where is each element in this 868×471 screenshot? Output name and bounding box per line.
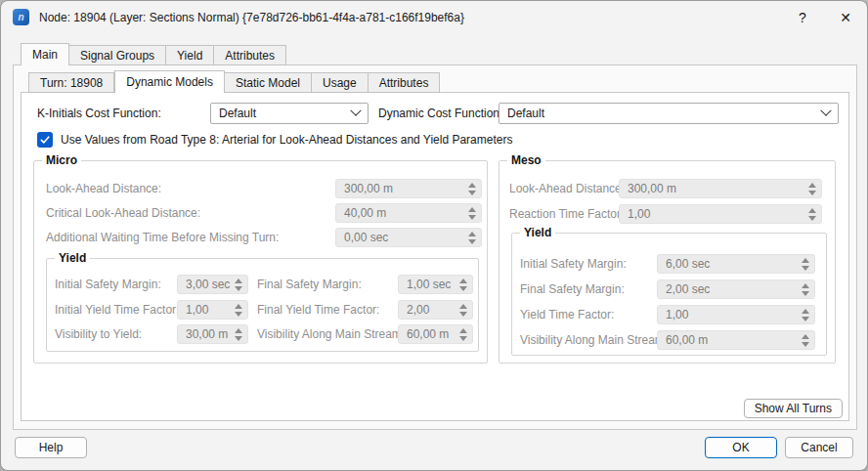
tab-static-model[interactable]: Static Model (225, 72, 312, 93)
final-yield-time-factor-label: Final Yield Time Factor: (257, 299, 379, 321)
spin-up-icon (802, 334, 809, 339)
combobox-value: Default (507, 107, 544, 120)
final-yield-time-factor-spinbox: 2,00 (398, 300, 473, 320)
spin-down-icon (802, 266, 809, 271)
tab-usage[interactable]: Usage (312, 72, 369, 93)
tab-turn-18908[interactable]: Turn: 18908 (28, 72, 114, 93)
spinbox-value: 2,00 sec (658, 282, 799, 296)
spin-up-icon (459, 328, 467, 333)
combobox-value: Default (219, 107, 256, 120)
dynamic-cost-function-label: Dynamic Cost Function: (378, 103, 502, 124)
reaction-time-factor-spinbox: 1,00 (619, 204, 822, 224)
spin-up-icon (235, 328, 242, 333)
critical-look-ahead-distance-spinbox: 40,00 m (335, 203, 482, 223)
use-road-type-values-checkbox[interactable] (37, 132, 53, 148)
spinbox-value: 30,00 m (178, 327, 232, 341)
chevron-down-icon (350, 106, 361, 116)
spin-down-icon (468, 191, 476, 195)
spinbox-value: 1,00 (620, 207, 805, 221)
meso-yield-groupbox: Yield Initial Safety Margin: 6,00 sec Fi… (511, 233, 827, 356)
cancel-button[interactable]: Cancel (785, 437, 853, 458)
spinbox-value: 60,00 m (399, 327, 456, 341)
micro-groupbox: Micro Look-Ahead Distance: 300,00 m Crit… (33, 160, 488, 364)
reaction-time-factor-label: Reaction Time Factor: (509, 203, 624, 225)
spin-up-icon (459, 304, 467, 309)
window-title: Node: 18904 (Layer: Sections Normal) {7e… (39, 11, 464, 24)
dynamic-cost-function-combobox[interactable]: Default (499, 103, 839, 124)
spinbox-value: 1,00 (178, 303, 232, 317)
spinner-buttons (465, 183, 481, 195)
spin-down-icon (802, 317, 809, 321)
meso-visibility-along-main-stream-spinbox: 60,00 m (657, 330, 815, 350)
tab-signal-groups[interactable]: Signal Groups (69, 45, 166, 65)
spinner-buttons (799, 283, 814, 296)
window-help-button[interactable]: ? (781, 1, 824, 33)
window-close-button[interactable]: ✕ (824, 1, 867, 33)
tab-main[interactable]: Main (21, 43, 69, 65)
spinner-buttons (456, 278, 472, 291)
titlebar: n Node: 18904 (Layer: Sections Normal) {… (1, 1, 867, 33)
spinbox-value: 1,00 sec (399, 278, 456, 291)
final-safety-margin-label: Final Safety Margin: (257, 274, 362, 295)
meso-look-ahead-distance-label: Look-Ahead Distance: (509, 178, 625, 199)
meso-final-safety-margin-spinbox: 2,00 sec (657, 279, 815, 299)
spinner-buttons (799, 258, 814, 271)
spinner-buttons (805, 208, 821, 221)
help-button[interactable]: Help (15, 437, 87, 458)
spinner-buttons (232, 304, 247, 317)
spinner-buttons (805, 183, 821, 195)
meso-initial-safety-margin-spinbox: 6,00 sec (657, 254, 815, 274)
spinbox-value: 300,00 m (336, 182, 465, 195)
spin-down-icon (802, 342, 809, 347)
spin-down-icon (808, 216, 816, 221)
spinner-buttons (799, 334, 814, 347)
checkmark-icon (39, 134, 51, 146)
spin-down-icon (459, 286, 467, 291)
node-app-icon: n (13, 9, 29, 25)
tab-yield[interactable]: Yield (166, 45, 214, 65)
spin-up-icon (459, 278, 467, 283)
spin-down-icon (468, 215, 476, 220)
micro-groupbox-title: Micro (42, 153, 81, 168)
meso-yield-time-factor-label: Yield Time Factor: (520, 304, 614, 325)
spinner-buttons (232, 328, 247, 341)
ok-button[interactable]: OK (705, 437, 777, 458)
spin-up-icon (468, 207, 476, 212)
micro-yield-groupbox: Yield Initial Safety Margin: 3,00 sec Fi… (46, 258, 479, 352)
main-tab-bar: Main Signal Groups Yield Attributes (21, 43, 286, 65)
k-initials-cost-function-combobox[interactable]: Default (210, 103, 369, 124)
spinbox-value: 0,00 sec (336, 231, 465, 244)
final-safety-margin-spinbox: 1,00 sec (398, 275, 473, 294)
look-ahead-distance-label: Look-Ahead Distance: (46, 178, 161, 199)
tab-sub-attributes[interactable]: Attributes (369, 72, 441, 93)
spinner-buttons (232, 278, 247, 291)
spin-up-icon (235, 304, 242, 309)
visibility-to-yield-spinbox: 30,00 m (177, 324, 248, 344)
visibility-along-main-stream-label: Visibility Along Main Stream: (257, 323, 405, 345)
critical-look-ahead-distance-label: Critical Look-Ahead Distance: (46, 202, 200, 224)
tab-dynamic-models[interactable]: Dynamic Models (114, 70, 225, 93)
initial-yield-time-factor-label: Initial Yield Time Factor: (55, 299, 179, 321)
tab-attributes[interactable]: Attributes (214, 45, 286, 65)
spinner-buttons (465, 232, 481, 244)
spinbox-value: 1,00 (658, 308, 799, 321)
spin-up-icon (235, 278, 242, 283)
initial-safety-margin-label: Initial Safety Margin: (55, 274, 161, 295)
spin-up-icon (808, 183, 816, 188)
spin-up-icon (468, 183, 476, 188)
spinbox-value: 40,00 m (336, 206, 465, 220)
meso-groupbox: Meso Look-Ahead Distance: 300,00 m React… (499, 160, 836, 364)
dynamic-models-panel: K-Initials Cost Function: Default Dynami… (21, 92, 849, 421)
show-all-turns-button[interactable]: Show All Turns (744, 399, 843, 418)
spinbox-value: 60,00 m (658, 333, 799, 347)
spin-down-icon (235, 286, 242, 291)
node-dialog-window: n Node: 18904 (Layer: Sections Normal) {… (0, 0, 868, 471)
spin-up-icon (808, 208, 816, 213)
meso-groupbox-title: Meso (507, 153, 545, 168)
sub-tab-bar: Turn: 18908 Dynamic Models Static Model … (28, 70, 440, 93)
chevron-down-icon (820, 106, 831, 116)
spinbox-value: 300,00 m (620, 182, 805, 195)
k-initials-cost-function-label: K-Initials Cost Function: (37, 103, 161, 124)
spin-down-icon (459, 312, 467, 317)
meso-yield-time-factor-spinbox: 1,00 (657, 305, 815, 324)
